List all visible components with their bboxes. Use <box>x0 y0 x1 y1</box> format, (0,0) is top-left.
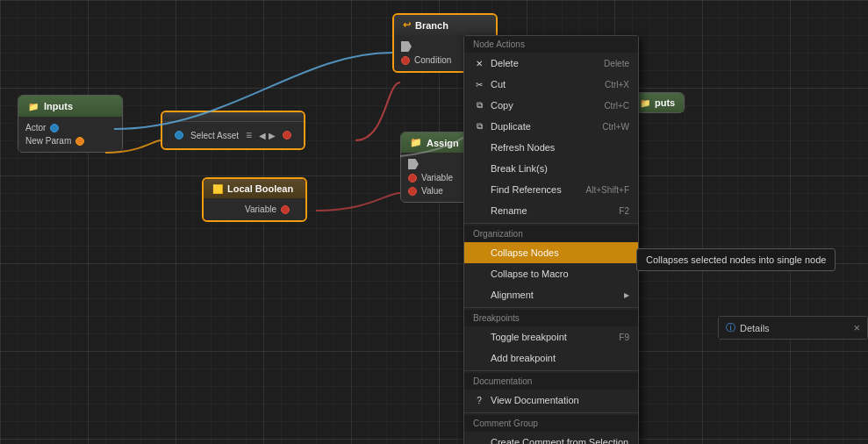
assign-exec-dot <box>408 159 419 169</box>
inputs-right-title: puts <box>655 97 675 108</box>
details-panel[interactable]: ⓘ Details × <box>718 316 868 340</box>
assign-icon: 📁 <box>410 137 422 148</box>
menu-copy[interactable]: ⧉ Copy Ctrl+C <box>464 95 638 116</box>
copy-label: Copy <box>491 100 513 111</box>
pin-newparam-label: New Param <box>25 136 71 146</box>
menu-break-links[interactable]: Break Link(s) <box>464 158 638 179</box>
assign-var-label: Variable <box>421 173 453 183</box>
divider-1 <box>464 223 638 224</box>
rename-icon <box>473 204 485 217</box>
menu-create-comment[interactable]: Create Comment from Selection <box>464 432 638 444</box>
menu-rename-left: Rename <box>473 204 527 217</box>
inputs-body: Actor New Param <box>18 117 122 152</box>
find-refs-icon <box>473 183 485 196</box>
menu-copy-left: ⧉ Copy <box>473 99 513 111</box>
pin-actor: Actor <box>18 121 122 134</box>
duplicate-shortcut: Ctrl+W <box>602 122 629 132</box>
details-title: Details <box>740 323 770 333</box>
details-title-group: ⓘ Details <box>726 321 770 334</box>
select-asset-header <box>162 112 304 122</box>
toggle-bp-icon <box>473 331 485 343</box>
menu-delete-left: ✕ Delete <box>473 57 519 69</box>
menu-delete[interactable]: ✕ Delete Delete <box>464 53 638 74</box>
branch-exec-pin <box>401 41 412 52</box>
menu-create-comment-left: Create Comment from Selection <box>473 436 628 444</box>
menu-collapse-macro[interactable]: Collapse to Macro <box>464 263 638 284</box>
collapse-nodes-label: Collapse Nodes <box>491 247 559 258</box>
branch-title: Branch <box>415 20 448 31</box>
find-refs-shortcut: Alt+Shift+F <box>586 185 629 195</box>
menu-toggle-bp-left: Toggle breakpoint <box>473 331 567 343</box>
arrow-icon: ◀ ▶ <box>259 131 276 140</box>
view-docs-label: View Documentation <box>491 395 579 405</box>
menu-rename[interactable]: Rename F2 <box>464 200 638 221</box>
break-links-icon <box>473 162 485 175</box>
boolean-variable-pin: Variable <box>212 203 297 216</box>
section-organization: Organization <box>464 226 638 242</box>
inputs-node[interactable]: 📁 Inputs Actor New Param <box>18 95 123 153</box>
pin-newparam-dot <box>75 137 84 146</box>
menu-break-links-left: Break Link(s) <box>473 162 548 175</box>
inputs-icon: 📁 <box>27 100 39 112</box>
select-asset-node[interactable]: Select Asset ≡ ◀ ▶ <box>161 111 305 150</box>
details-close-button[interactable]: × <box>853 321 860 334</box>
inputs-node-header: 📁 Inputs <box>18 96 122 117</box>
section-breakpoints: Breakpoints <box>464 310 638 326</box>
assign-var-dot <box>408 174 417 183</box>
context-menu: Node Actions ✕ Delete Delete ✂ Cut Ctrl+… <box>463 35 639 444</box>
add-bp-icon <box>473 352 485 364</box>
local-boolean-node[interactable]: 🟨 Local Boolean Variable <box>202 177 307 222</box>
menu-collapse-nodes[interactable]: Collapse Nodes <box>464 242 638 263</box>
collapse-macro-icon <box>473 268 485 280</box>
menu-alignment[interactable]: Alignment <box>464 284 638 305</box>
cut-label: Cut <box>491 79 506 90</box>
boolean-output-dot <box>281 205 290 214</box>
menu-find-refs[interactable]: Find References Alt+Shift+F <box>464 179 638 200</box>
menu-refresh-left: Refresh Nodes <box>473 141 555 154</box>
menu-duplicate[interactable]: ⧉ Duplicate Ctrl+W <box>464 116 638 137</box>
delete-label: Delete <box>491 58 519 68</box>
alignment-label: Alignment <box>491 290 534 300</box>
break-links-label: Break Link(s) <box>491 163 548 174</box>
menu-duplicate-left: ⧉ Duplicate <box>473 120 531 132</box>
menu-alignment-left: Alignment <box>473 289 534 301</box>
menu-collapse-macro-left: Collapse to Macro <box>473 268 569 280</box>
tooltip-text: Collapses selected nodes into single nod… <box>646 254 826 265</box>
menu-find-refs-left: Find References <box>473 183 562 196</box>
blueprint-canvas[interactable]: 📁 Inputs Actor New Param Select Asset ≡ … <box>0 0 868 444</box>
menu-collapse-nodes-left: Collapse Nodes <box>473 247 559 259</box>
assign-title: Assign <box>427 138 459 148</box>
menu-add-bp-left: Add breakpoint <box>473 352 556 364</box>
divider-2 <box>464 307 638 308</box>
menu-refresh[interactable]: Refresh Nodes <box>464 137 638 158</box>
select-label: Select Asset <box>190 131 239 140</box>
docs-icon: ? <box>473 394 485 406</box>
boolean-body: Variable <box>204 198 305 220</box>
inputs-right-icon: 📁 <box>640 98 650 108</box>
condition-label: Condition <box>414 55 451 65</box>
inputs-title: Inputs <box>44 101 73 111</box>
inputs-right-header: 📁 puts <box>631 93 684 112</box>
refresh-icon <box>473 141 485 154</box>
menu-view-docs[interactable]: ? View Documentation <box>464 390 638 411</box>
cut-shortcut: Ctrl+X <box>605 80 629 90</box>
section-node-actions: Node Actions <box>464 36 638 53</box>
boolean-title: Local Boolean <box>227 183 293 194</box>
details-icon: ⓘ <box>726 321 735 334</box>
duplicate-icon: ⧉ <box>473 120 485 132</box>
branch-icon: ↩ <box>403 19 411 31</box>
rename-shortcut: F2 <box>619 206 629 216</box>
section-comment-group: Comment Group <box>464 415 638 432</box>
menu-toggle-breakpoint[interactable]: Toggle breakpoint F9 <box>464 326 638 347</box>
branch-header: ↩ Branch <box>394 15 496 35</box>
details-header: ⓘ Details × <box>719 317 867 339</box>
pin-actor-dot <box>50 124 59 132</box>
menu-cut[interactable]: ✂ Cut Ctrl+X <box>464 74 638 95</box>
select-input-pin <box>175 131 183 140</box>
condition-dot <box>401 56 410 65</box>
assign-val-label: Value <box>421 186 443 196</box>
toggle-bp-shortcut: F9 <box>619 333 629 342</box>
assign-val-dot <box>408 187 417 196</box>
refresh-label: Refresh Nodes <box>491 142 555 153</box>
menu-add-breakpoint[interactable]: Add breakpoint <box>464 347 638 369</box>
